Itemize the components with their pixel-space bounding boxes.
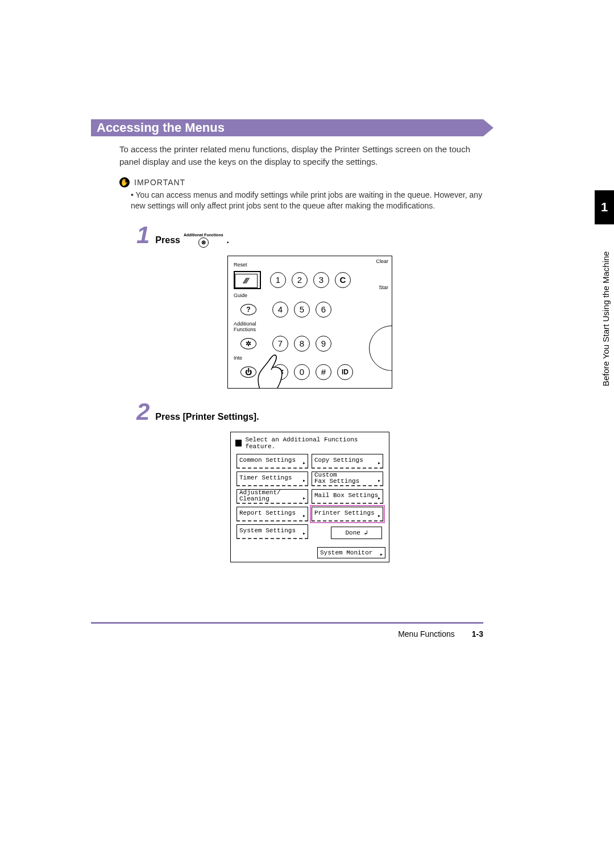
screen-header: Select an Additional Functions feature. [245,436,384,450]
chevron-right-icon: ▸ [377,496,381,502]
btn-system-monitor[interactable]: System Monitor ▸ [317,547,385,558]
key-5: 5 [294,302,310,318]
screen-gear-icon [235,440,242,446]
important-item: You can access menus and modify settings… [131,190,483,212]
important-label: IMPORTANT [134,178,185,187]
chevron-right-icon: ▸ [380,551,383,558]
step-1-prefix: Press [155,235,180,245]
guide-key: ? [240,304,256,315]
btn-mailbox-settings[interactable]: Mail Box Settings▸ [312,489,383,504]
step-number: 2 [136,400,150,424]
label-addfn: Additional Functions [234,321,268,332]
page-footer: Menu Functions 1-3 [91,622,483,639]
section-title: Accessing the Menus [91,119,483,136]
reset-key: ⁄⁄⁄ [235,274,258,288]
step-2-text: Press [Printer Settings]. [155,412,259,422]
key-2: 2 [292,272,308,288]
btn-common-settings[interactable]: Common Settings▸ [237,454,308,469]
key-9: 9 [316,336,331,352]
banner-arrow [483,119,493,136]
step-number: 1 [136,223,150,247]
key-6: 6 [316,302,331,318]
footer-section: Menu Functions [398,629,455,639]
addfn-key: ✲ [240,338,256,349]
important-note: ✋ IMPORTANT You can access menus and mod… [119,177,483,212]
chevron-right-icon: ▸ [302,478,306,485]
chevron-right-icon: ▸ [302,514,306,520]
step-2: 2 Press [Printer Settings]. Select an Ad… [136,400,483,562]
intro-paragraph: To access the printer related menu funct… [119,143,483,168]
btn-report-settings[interactable]: Report Settings▸ [237,507,308,521]
footer-page-number: 1-3 [472,629,483,639]
step-1: 1 Press Additional Functions ⊛ . Clear S… [136,223,483,389]
step-1-suffix: . [227,235,229,245]
key-c: C [335,272,351,288]
key-3: 3 [313,272,329,288]
return-icon: ↲ [364,529,368,536]
pointing-finger-icon [254,353,284,389]
reset-highlight: ⁄⁄⁄ [234,271,261,289]
touchscreen-illustration: Select an Additional Functions feature. … [230,432,389,562]
chevron-right-icon: ▸ [377,478,381,485]
important-icon: ✋ [119,177,130,187]
btn-timer-settings[interactable]: Timer Settings▸ [237,471,308,486]
keypad-illustration: Clear Star Reset ⁄⁄⁄ 1 2 3 C Guide [227,256,392,389]
key-tiny-label: Additional Functions [184,233,223,237]
key-hash: # [316,364,331,380]
chevron-right-icon: ▸ [302,461,306,467]
key-4: 4 [272,302,288,318]
key-8: 8 [294,336,310,352]
chapter-side-text: Before You Start Using the Machine [601,239,611,386]
btn-system-settings[interactable]: System Settings▸ [237,524,308,539]
chevron-right-icon: ▸ [302,531,306,537]
key-1: 1 [270,272,286,288]
key-7: 7 [272,336,288,352]
chevron-right-icon: ▸ [302,496,306,502]
btn-copy-settings[interactable]: Copy Settings▸ [312,454,383,469]
chapter-tab: 1 [595,190,614,224]
additional-functions-key-icon: ⊛ [198,237,209,248]
btn-done[interactable]: Done ↲ [331,527,382,539]
btn-custom-fax-settings[interactable]: Custom Fax Settings▸ [312,471,383,486]
btn-printer-settings[interactable]: Printer Settings▸ [312,507,383,521]
section-banner: Accessing the Menus [91,119,483,136]
chevron-right-icon: ▸ [377,514,381,520]
label-reset: Reset [234,262,268,268]
label-start: Star [379,285,388,290]
label-guide: Guide [234,293,268,298]
key-id: ID [337,364,353,380]
chevron-right-icon: ▸ [377,461,381,467]
btn-adjustment-cleaning[interactable]: Adjustment/ Cleaning▸ [237,489,308,504]
label-clear: Clear [376,258,388,264]
key-0: 0 [294,364,310,380]
